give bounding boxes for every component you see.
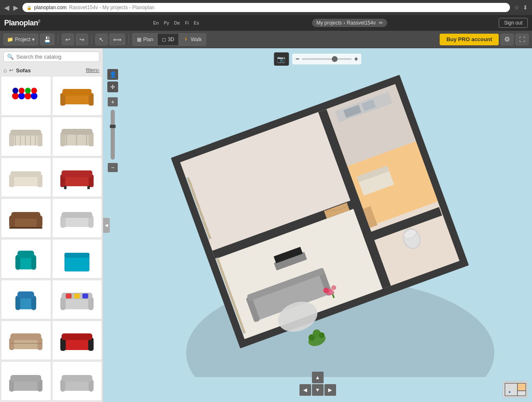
list-item[interactable] <box>52 76 102 116</box>
fullscreen-icon: ⛶ <box>519 36 525 43</box>
list-item[interactable] <box>1 280 51 319</box>
url-path: Rassvet154v - My projects - Planoplan <box>69 5 154 10</box>
svg-point-7 <box>31 88 37 94</box>
buy-pro-button[interactable]: Buy PRO account <box>440 34 499 45</box>
canvas-area[interactable]: 📷 − + 👤 ✛ + − <box>103 48 532 402</box>
list-item[interactable] <box>52 361 102 401</box>
measure-button[interactable]: ⟺ <box>109 34 125 45</box>
svg-rect-63 <box>82 293 88 298</box>
lang-en[interactable]: En <box>151 20 160 26</box>
person-icon: 👤 <box>109 71 116 78</box>
plan-mode-button[interactable]: ▦ Plan <box>133 34 158 45</box>
list-item[interactable] <box>52 280 102 319</box>
panel-zoom-bar: + − <box>107 97 118 172</box>
3d-icon: ◻ <box>162 37 166 42</box>
sofa-thumbnail <box>1 280 51 319</box>
sofa-thumbnail <box>52 117 102 156</box>
zoom-slider[interactable] <box>302 58 352 60</box>
nav-left-button[interactable]: ◀ <box>299 384 311 396</box>
walk-mode-button[interactable]: 🚶 Walk <box>179 34 206 45</box>
zoom-minus-label[interactable]: − <box>295 55 299 63</box>
search-input[interactable] <box>16 54 96 60</box>
settings-button[interactable]: ⚙ <box>500 34 514 45</box>
main-content: 🔍 ⌂ ↩ Sofas filters› <box>0 48 532 402</box>
project-button[interactable]: 📁 Project ▾ <box>3 34 38 45</box>
svg-rect-72 <box>62 333 92 340</box>
svg-rect-67 <box>10 333 41 340</box>
catalog-sidebar: 🔍 ⌂ ↩ Sofas filters› <box>0 48 103 402</box>
back-icon[interactable]: ↩ <box>9 67 13 73</box>
settings-icon: ⚙ <box>504 35 510 43</box>
3d-mode-button[interactable]: ◻ 3D <box>158 34 178 45</box>
nav-down-button[interactable]: ▼ <box>312 384 324 396</box>
redo-button[interactable]: ↪ <box>76 34 88 45</box>
list-item[interactable] <box>52 117 102 156</box>
home-icon[interactable]: ⌂ <box>3 67 7 74</box>
catalog-grid <box>0 75 103 402</box>
nav-up-button[interactable]: ▲ <box>312 372 324 383</box>
sign-out-button[interactable]: Sign out <box>499 18 528 28</box>
bookmark-button[interactable]: ☆ <box>514 4 520 11</box>
list-item[interactable] <box>1 361 51 401</box>
undo-button[interactable]: ↩ <box>62 34 74 45</box>
zoom-plus-label[interactable]: + <box>354 55 358 63</box>
minimap-svg <box>503 382 527 397</box>
list-item[interactable] <box>1 76 51 116</box>
compass-button[interactable]: ✛ <box>107 81 118 92</box>
svg-rect-134 <box>517 383 526 391</box>
breadcrumb-separator: › <box>344 20 345 26</box>
person-view-button[interactable]: 👤 <box>107 69 118 80</box>
svg-rect-61 <box>66 293 72 298</box>
camera-icon: 📷 <box>277 55 285 63</box>
download-button[interactable]: ⬇ <box>523 4 528 11</box>
list-item[interactable] <box>1 158 51 197</box>
panel-zoom-track <box>111 110 115 160</box>
project-label: Project <box>15 37 30 42</box>
svg-rect-31 <box>10 171 41 177</box>
lang-es[interactable]: Es <box>192 20 201 26</box>
filters-link[interactable]: filters› <box>86 67 99 73</box>
breadcrumb-my-projects[interactable]: My projects <box>316 20 341 26</box>
breadcrumb-edit-icon[interactable]: ✏ <box>379 20 383 26</box>
list-item[interactable] <box>1 321 51 360</box>
select-button[interactable]: ↖ <box>95 34 108 45</box>
sofa-thumbnail <box>52 239 102 278</box>
svg-rect-56 <box>17 291 34 298</box>
list-item[interactable] <box>52 239 102 279</box>
list-item[interactable] <box>1 198 51 238</box>
lang-ru[interactable]: Ру <box>162 20 171 26</box>
svg-point-136 <box>509 391 510 393</box>
floor-plan-container <box>124 69 524 377</box>
list-item[interactable] <box>52 158 102 197</box>
sofa-thumbnail <box>52 280 102 319</box>
browser-chrome: ◀ ▶ 🔒 planoplan.com Rassvet154v - My pro… <box>0 0 532 15</box>
svg-point-0 <box>12 93 19 99</box>
fullscreen-button[interactable]: ⛶ <box>515 34 529 45</box>
collapse-sidebar-button[interactable]: ◀ <box>103 218 110 233</box>
list-item[interactable] <box>1 117 51 156</box>
breadcrumb-project-name: Rassvet154v <box>347 20 376 26</box>
list-item[interactable] <box>52 198 102 238</box>
lang-de[interactable]: De <box>173 20 182 26</box>
bottom-navigation: ▲ ◀ ▼ ▶ <box>299 372 336 396</box>
panel-zoom-plus[interactable]: + <box>108 97 118 106</box>
list-item[interactable] <box>52 321 102 360</box>
nav-right-button[interactable]: ▶ <box>324 384 336 396</box>
forward-button[interactable]: ▶ <box>13 4 18 12</box>
panel-zoom-handle[interactable] <box>110 125 116 128</box>
panel-zoom-minus[interactable]: − <box>108 163 118 172</box>
browser-actions: ☆ ⬇ <box>514 4 528 11</box>
svg-rect-35 <box>62 170 92 177</box>
lang-fi[interactable]: Fi <box>183 20 191 26</box>
svg-rect-27 <box>62 129 92 135</box>
view-mode-group: ▦ Plan ◻ 3D 🚶 Walk <box>132 33 206 46</box>
list-item[interactable] <box>1 239 51 279</box>
camera-button[interactable]: 📷 <box>274 52 289 66</box>
select-icon: ↖ <box>99 36 104 43</box>
svg-rect-76 <box>10 375 41 382</box>
zoom-thumb[interactable] <box>332 56 338 62</box>
sidebar-nav: ⌂ ↩ Sofas filters› <box>0 65 103 75</box>
back-button[interactable]: ◀ <box>4 4 9 12</box>
sofa-thumbnail <box>52 76 102 115</box>
save-button[interactable]: 💾 <box>40 34 54 45</box>
